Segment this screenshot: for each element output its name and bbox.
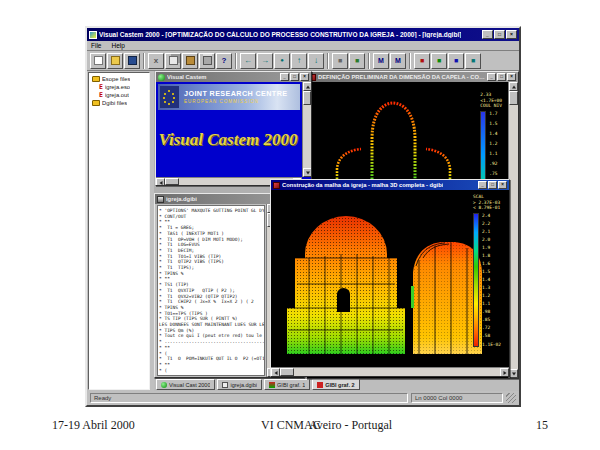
app-title: Visual Castem 2000 - [OPTIMIZAÇÃO DO CÁL… xyxy=(99,31,461,38)
toolbar-icon xyxy=(111,56,120,65)
code-line[interactable]: * ( xyxy=(159,368,263,374)
tree-item-icon xyxy=(92,76,100,82)
scroll-down-button[interactable] xyxy=(509,369,518,378)
close-button[interactable]: × xyxy=(506,30,517,39)
open-file-button[interactable] xyxy=(107,53,123,69)
scroll-up-button[interactable] xyxy=(303,82,311,91)
run-red-button[interactable]: ■ xyxy=(414,53,430,69)
scroll-up-button[interactable] xyxy=(509,82,518,91)
macro-2-button[interactable]: M xyxy=(390,53,406,69)
save-button[interactable] xyxy=(124,53,140,69)
toolbar-icon: ● xyxy=(278,56,287,65)
run-green-button[interactable]: ■ xyxy=(431,53,447,69)
scrollbar-thumb[interactable] xyxy=(280,368,294,376)
toolbar-separator-1 xyxy=(143,53,145,69)
scroll-right-button[interactable] xyxy=(500,368,509,376)
legend-tick-value: 1.9 xyxy=(482,245,501,250)
editor-window-icon xyxy=(157,196,164,203)
splash-window[interactable]: Visual Castem _ □ × JOINT RESEARCH CENTR… xyxy=(155,71,312,186)
app-titlebar[interactable]: Visual Castem 2000 - [OPTIMIZAÇÃO DO CÁL… xyxy=(87,28,519,41)
legend-tick-value: 1.5 xyxy=(489,121,497,126)
scrollbar-thumb[interactable] xyxy=(165,178,179,185)
close-button[interactable]: × xyxy=(498,181,507,189)
legend-header-line: < 8.79E-01 xyxy=(473,205,501,211)
legend-tick-value: 2.1 xyxy=(482,229,501,234)
code-line[interactable]: LES DONNEES SONT MAINTENANT LUES SUR LE … xyxy=(159,322,263,328)
scroll-left-button[interactable] xyxy=(271,368,280,376)
maximize-button[interactable]: □ xyxy=(497,73,506,81)
vertical-scrollbar[interactable] xyxy=(302,82,311,177)
help-button[interactable]: ? xyxy=(216,53,232,69)
resize-grip[interactable] xyxy=(506,393,516,403)
menu-file[interactable]: File xyxy=(91,42,101,49)
maximize-button[interactable]: □ xyxy=(494,30,505,39)
tab-label: Visual Cast 2000 xyxy=(169,382,210,388)
cut-button[interactable]: x xyxy=(148,53,164,69)
footer-date: 17-19 Abril 2000 xyxy=(52,418,135,433)
minimize-button[interactable]: _ xyxy=(482,30,493,39)
tab-visual-castem[interactable]: Visual Cast 2000 xyxy=(156,379,215,390)
jrc-banner: JOINT RESEARCH CENTRE EUROPEAN COMMISSIO… xyxy=(158,84,300,110)
mesh-3d-titlebar[interactable]: Construção da malha da igreja - malha 3D… xyxy=(271,180,509,190)
tab-gibi-graf-2[interactable]: GIBI graf. 2 xyxy=(312,379,359,390)
nav-forward-button[interactable]: → xyxy=(257,53,273,69)
tree-file-igreja-eso[interactable]: E igreja.eso xyxy=(99,83,148,91)
tree-folder-dgibi[interactable]: Dgibi files xyxy=(92,99,148,107)
toolbar-separator-5 xyxy=(409,53,411,69)
print-button[interactable] xyxy=(199,53,215,69)
close-button[interactable]: × xyxy=(507,73,516,81)
view-mesh-button[interactable]: ■ xyxy=(332,53,348,69)
run-blue-button[interactable]: ■ xyxy=(448,53,464,69)
paste-button[interactable] xyxy=(182,53,198,69)
tree-item-icon xyxy=(92,100,100,106)
view-model-button[interactable]: ■ xyxy=(349,53,365,69)
run-teal-button[interactable]: ■ xyxy=(465,53,481,69)
tree-folder-esope[interactable]: Esope files xyxy=(92,75,148,83)
tree-file-igreja-out[interactable]: E igreja.out xyxy=(99,91,148,99)
horizontal-scrollbar[interactable] xyxy=(271,367,509,376)
legend-tick-value: .75 xyxy=(489,171,497,176)
minimize-button[interactable]: _ xyxy=(478,181,487,189)
maximize-button[interactable]: □ xyxy=(488,181,497,189)
toolbar-icon: ↓ xyxy=(312,56,321,65)
code-line[interactable]: * ......................................… xyxy=(159,339,263,345)
toolbar-icon xyxy=(203,56,212,65)
tab-gibi-graf-1[interactable]: GIBI graf. 1 xyxy=(264,379,310,390)
copy-button[interactable] xyxy=(165,53,181,69)
code-area[interactable]: * 'OPTIONS' MAXQUTE GUTTING POINT GL DY*… xyxy=(157,205,265,376)
status-message: Ready xyxy=(90,393,408,403)
tree-item-label: Esope files xyxy=(102,76,130,82)
legend-tick-value: 1.3 xyxy=(482,285,501,290)
code-line[interactable]: * T1 O POM=INKUTE QUT IL O P2 (=OT1); xyxy=(159,356,263,362)
nav-down-button[interactable]: ↓ xyxy=(308,53,324,69)
status-bar: Ready Ln 0000 Col 0000 xyxy=(87,391,519,405)
scrollbar-thumb[interactable] xyxy=(303,91,311,105)
new-file-button[interactable] xyxy=(90,53,106,69)
stop-button[interactable]: ● xyxy=(274,53,290,69)
toolbar-icon: ■ xyxy=(336,56,345,65)
code-line[interactable]: * 'OPTIONS' MAXQUTE GUTTING POINT GL DY xyxy=(159,208,263,214)
mesh-3d-viewport: SCAL> 2.37E-03< 8.79E-01 2.42.22.12.01.9… xyxy=(271,190,509,376)
splash-titlebar[interactable]: Visual Castem _ □ × xyxy=(156,72,311,82)
tab-icon xyxy=(161,382,167,388)
maximize-button[interactable]: □ xyxy=(290,73,299,81)
scrollbar-thumb[interactable] xyxy=(509,91,518,105)
scroll-left-button[interactable] xyxy=(156,178,165,185)
tab-igreja-dgibi[interactable]: igreja.dgibi xyxy=(217,379,262,390)
legend-tick-value: .98 xyxy=(482,309,501,314)
tree-item-label: igreja.out xyxy=(105,92,129,98)
minimize-button[interactable]: _ xyxy=(487,73,496,81)
close-button[interactable]: × xyxy=(300,73,309,81)
mesh-3d-window[interactable]: Construção da malha da igreja - malha 3D… xyxy=(270,179,510,377)
nav-back-button[interactable]: ← xyxy=(240,53,256,69)
toolbar-icon xyxy=(186,56,195,65)
app-window-controls: _ □ × xyxy=(482,30,517,39)
section-2d-titlebar[interactable]: DEFINIÇÃO PRELIMINAR DA DIMENSÃO DA CAPE… xyxy=(307,72,518,82)
nav-up-button[interactable]: ↑ xyxy=(291,53,307,69)
legend-tick-value: 2.0 xyxy=(482,237,501,242)
minimize-button[interactable]: _ xyxy=(280,73,289,81)
scroll-down-button[interactable] xyxy=(303,168,311,177)
macro-1-button[interactable]: M xyxy=(373,53,389,69)
menu-help[interactable]: Help xyxy=(111,42,124,49)
toolbar-icon: ■ xyxy=(469,56,478,65)
